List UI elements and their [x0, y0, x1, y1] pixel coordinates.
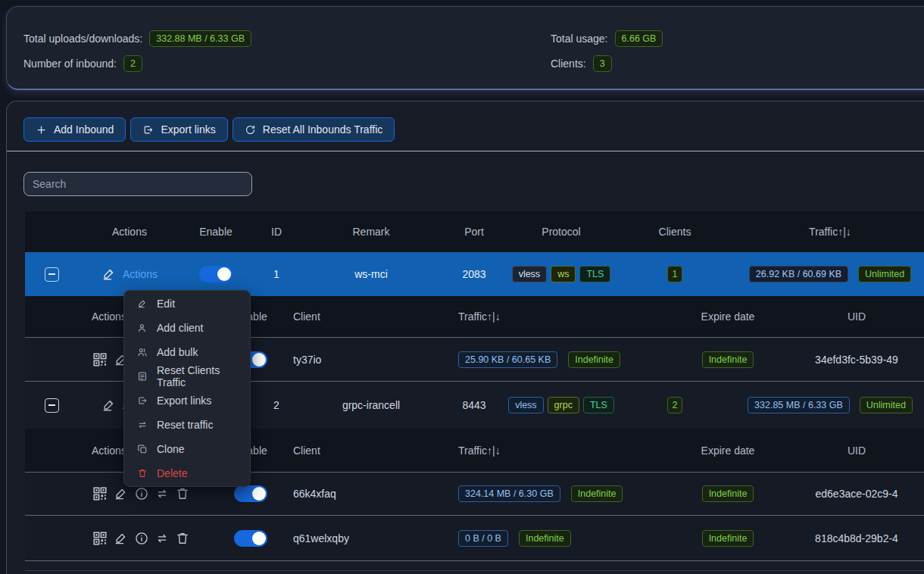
inbound-id: 1: [251, 268, 302, 280]
collapse-checkbox[interactable]: [45, 398, 59, 413]
menu-item-edit[interactable]: Edit: [124, 292, 250, 316]
protocol-tag: vless: [512, 266, 547, 282]
clients-count-badge: 1: [667, 266, 683, 282]
export-links-button[interactable]: Export links: [130, 117, 227, 142]
inbound-id: 2: [251, 399, 302, 411]
stat-total-usage-label: Total usage:: [551, 33, 608, 45]
info-icon[interactable]: [134, 486, 149, 501]
plus-icon: [36, 124, 47, 136]
reset-all-traffic-button[interactable]: Reset All Inbounds Traffic: [233, 117, 395, 142]
client-row-q61welxqby: q61welxqby 0 B / 0 B Indefinite Indefini…: [25, 516, 924, 561]
security-tag: TLS: [579, 266, 610, 282]
client-name: q61welxqby: [273, 532, 425, 544]
inbound-remark: ws-mci: [302, 268, 440, 280]
export-icon: [137, 395, 148, 406]
actions-context-menu: Edit Add client Add bulk Reset Clients T…: [123, 290, 251, 487]
menu-item-label: Delete: [157, 467, 187, 479]
toolbar: Add Inbound Export links Reset All Inbou…: [23, 117, 395, 142]
reset-traffic-icon[interactable]: [155, 531, 170, 546]
client-limit-badge: Indefinite: [571, 485, 623, 502]
client-enable-toggle[interactable]: [234, 485, 267, 502]
menu-item-label: Edit: [157, 298, 175, 310]
enable-toggle[interactable]: [199, 266, 233, 282]
menu-item-reset-clients-traffic[interactable]: Reset Clients Traffic: [124, 364, 250, 388]
client-uid: ed6e3ace-02c9-4: [788, 488, 924, 500]
export-links-label: Export links: [161, 123, 215, 136]
stat-inbound-count-value: 2: [123, 55, 142, 72]
client-header-expire: Expire date: [667, 445, 788, 457]
edit-pencil-icon[interactable]: [101, 398, 117, 413]
toolbar-divider: [7, 151, 924, 151]
client-limit-badge: Indefinite: [519, 530, 571, 547]
stat-uploads-value: 332.88 MB / 6.33 GB: [149, 30, 251, 47]
edit-pencil-icon: [137, 298, 148, 309]
reset-traffic-icon[interactable]: [155, 486, 170, 501]
client-header-client: Client: [273, 310, 425, 323]
client-traffic-badge: 324.14 MB / 6.30 GB: [458, 485, 560, 502]
edit-pencil-icon[interactable]: [101, 267, 117, 282]
client-header-uid: UID: [788, 445, 924, 457]
stat-total-usage-value: 6.66 GB: [615, 30, 663, 47]
menu-item-delete[interactable]: Delete: [124, 461, 250, 485]
client-header-uid: UID: [788, 310, 924, 323]
menu-item-label: Export links: [157, 395, 211, 407]
stat-clients-label: Clients:: [551, 58, 586, 70]
collapse-checkbox[interactable]: [45, 267, 59, 282]
stat-uploads: Total uploads/downloads: 332.88 MB / 6.3…: [23, 29, 251, 48]
inbound-remark: grpc-irancell: [302, 399, 440, 411]
stat-clients-value: 3: [593, 55, 612, 72]
header-traffic-sort[interactable]: Traffic↑|↓: [735, 226, 924, 238]
client-uid: 34efd3fc-5b39-49: [788, 354, 924, 366]
traffic-badge: 332.85 MB / 6.33 GB: [748, 397, 850, 413]
menu-item-reset-traffic[interactable]: Reset traffic: [124, 413, 250, 437]
copy-icon: [137, 444, 148, 454]
client-expire-badge: Indefinite: [702, 485, 754, 502]
client-name: ty37io: [273, 354, 425, 366]
swap-icon: [137, 420, 148, 430]
add-inbound-button[interactable]: Add Inbound: [23, 117, 126, 142]
info-icon[interactable]: [134, 531, 149, 546]
edit-pencil-icon[interactable]: [114, 486, 129, 501]
edit-pencil-icon[interactable]: [114, 531, 129, 546]
inbound-port: 8443: [440, 399, 508, 411]
header-id: ID: [251, 226, 302, 238]
quota-badge: Unlimited: [860, 397, 913, 413]
quota-badge: Unlimited: [858, 266, 911, 282]
stat-clients: Clients: 3: [551, 54, 612, 73]
menu-item-label: Add bulk: [157, 346, 198, 358]
person-icon: [137, 323, 148, 333]
header-actions: Actions: [78, 226, 181, 238]
qr-code-icon[interactable]: [92, 351, 108, 368]
header-remark: Remark: [302, 226, 440, 238]
delete-trash-icon[interactable]: [175, 486, 190, 501]
menu-item-add-bulk[interactable]: Add bulk: [124, 340, 250, 364]
menu-item-clone[interactable]: Clone: [124, 437, 250, 461]
file-reset-icon: [137, 371, 148, 382]
client-enable-toggle[interactable]: [234, 530, 267, 547]
menu-item-export-links[interactable]: Export links: [124, 388, 250, 413]
header-enable: Enable: [181, 226, 251, 238]
stat-inbound-count-label: Number of inbound:: [23, 58, 117, 70]
header-clients: Clients: [614, 226, 735, 238]
people-icon: [137, 347, 148, 357]
qr-code-icon[interactable]: [92, 485, 108, 502]
delete-trash-icon[interactable]: [175, 531, 190, 546]
protocol-tag: vless: [508, 397, 543, 413]
reset-all-traffic-label: Reset All Inbounds Traffic: [263, 123, 383, 136]
stat-inbound-count: Number of inbound: 2: [23, 54, 142, 73]
header-protocol: Protocol: [508, 226, 614, 238]
table-bottom-border: [25, 570, 924, 571]
search-input[interactable]: [23, 172, 252, 196]
stat-uploads-label: Total uploads/downloads:: [23, 33, 142, 45]
header-port: Port: [440, 226, 508, 238]
client-header-traffic-sort[interactable]: Traffic↑|↓: [425, 445, 667, 457]
client-uid: 818c4b8d-29b2-4: [788, 532, 924, 544]
client-header-traffic-sort[interactable]: Traffic↑|↓: [425, 310, 667, 323]
qr-code-icon[interactable]: [92, 530, 108, 547]
menu-item-label: Reset traffic: [157, 419, 213, 431]
menu-item-add-client[interactable]: Add client: [124, 316, 250, 340]
client-header-expire: Expire date: [667, 310, 788, 323]
actions-dropdown-trigger[interactable]: Actions: [123, 268, 158, 280]
export-icon: [142, 124, 154, 136]
security-tag: TLS: [583, 397, 614, 413]
